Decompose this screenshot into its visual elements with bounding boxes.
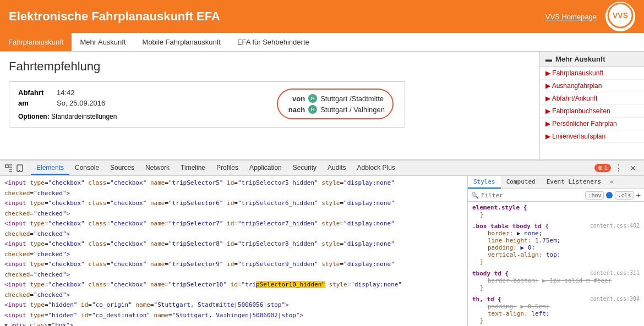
html-line: checked="checked"> <box>0 270 467 280</box>
top-bar: Elektronische Fahrplanauskunft EFA VVS H… <box>0 0 644 33</box>
style-rule-tbody-td: tbody td { content.css:311 border-bottom… <box>472 270 640 291</box>
html-line: <input type="checkbox" class="checkbox" … <box>0 178 467 189</box>
vvs-logo: VVS <box>605 2 635 31</box>
html-line: <input type="checkbox" class="checkbox" … <box>0 198 467 209</box>
trip-box: Abfahrt 14:42 am So, 25.09.2016 Optionen… <box>9 81 405 128</box>
to-icon: H <box>308 105 317 114</box>
filter-icon: 🔍 <box>471 192 479 199</box>
devtools-tab-security[interactable]: Security <box>287 162 322 175</box>
abfahrt-value: 14:42 <box>57 89 75 97</box>
devtools-panel: Elements Console Sources Network Timelin… <box>0 160 644 326</box>
device-icon[interactable] <box>15 164 24 173</box>
sidebar: ▬ Mehr Auskunft ▶ Fahrplanauskunft ▶ Aus… <box>539 52 644 159</box>
devtools-icons <box>4 164 24 173</box>
sidebar-item-abfahrt[interactable]: ▶ Abfahrt/Ankunft <box>540 92 644 105</box>
nach-station: Stuttgart / Vaihingen <box>320 106 385 114</box>
svg-text:VVS: VVS <box>613 11 628 20</box>
html-line: checked="checked"> <box>0 189 467 199</box>
devtools-tab-adblock[interactable]: Adblock Plus <box>351 162 400 175</box>
style-rule-th-td: th, td { content.css:304 padding: ▶ 0.5e… <box>472 296 640 324</box>
devtools-tab-sources[interactable]: Sources <box>105 162 140 175</box>
color-dot <box>606 192 613 198</box>
styles-tab-more[interactable]: » <box>607 176 617 189</box>
sidebar-item-linienverlauf[interactable]: ▶ Linienverlaufsplan <box>540 130 644 143</box>
styles-filter-row: 🔍 :hov .cls + <box>468 189 644 202</box>
styles-panel-tabs: Styles Computed Event Listeners » <box>468 176 644 189</box>
app-title: Elektronische Fahrplanauskunft EFA <box>9 9 545 24</box>
style-rule-box-table: .box table tbody td { content.css:402 bo… <box>472 223 640 266</box>
html-line: checked="checked"> <box>0 209 467 219</box>
am-label: am <box>18 99 57 107</box>
sidebar-item-aushangfahrplan[interactable]: ▶ Aushangfahrplan <box>540 80 644 92</box>
devtools-tab-audits[interactable]: Audits <box>322 162 351 175</box>
vvs-logo-text: VVS <box>607 2 634 31</box>
svg-rect-2 <box>6 165 8 168</box>
styles-tab-styles[interactable]: Styles <box>468 176 501 189</box>
style-rule-element: element.style { } <box>472 204 640 218</box>
vvs-homepage-link[interactable]: VVS Homepage <box>545 13 597 21</box>
styles-filter-input[interactable] <box>481 192 583 199</box>
cls-button[interactable]: .cls <box>615 191 634 200</box>
sidebar-item-persoenlich[interactable]: ▶ Persönlicher Fahrplan <box>540 118 644 130</box>
devtools-body: <input type="checkbox" class="checkbox" … <box>0 176 644 326</box>
styles-content: element.style { } .box table tbody td { … <box>468 202 644 326</box>
optionen-label: Optionen: <box>18 113 50 120</box>
html-line: <input type="hidden" id="co_origin" name… <box>0 300 467 311</box>
from-icon: H <box>308 94 317 103</box>
error-badge: ⊗ 1 <box>594 164 611 172</box>
tab-mehr-auskunft[interactable]: Mehr Auskunft <box>72 33 134 51</box>
devtools-tab-application[interactable]: Application <box>244 162 287 175</box>
devtools-right-icons: ⊗ 1 ⋮ ✕ <box>594 163 640 174</box>
sidebar-header: ▬ Mehr Auskunft <box>540 52 644 67</box>
add-style-button[interactable]: + <box>636 191 641 200</box>
von-label: von <box>286 95 305 103</box>
html-line: <input type="checkbox" class="checkbox" … <box>0 219 467 229</box>
html-line: checked="checked"> <box>0 250 467 260</box>
sidebar-item-fahrplanauskunft[interactable]: ▶ Fahrplanauskunft <box>540 67 644 80</box>
html-line: <input type="hidden" id="co_destination"… <box>0 311 467 321</box>
date-value: So, 25.09.2016 <box>57 99 105 107</box>
nach-label: nach <box>286 106 305 114</box>
devtools-tab-network[interactable]: Network <box>140 162 175 175</box>
html-line: ▼ <div class="box"> <box>0 321 467 326</box>
sidebar-item-fahrplanbuch[interactable]: ▶ Fahrplanbuchseiten <box>540 105 644 118</box>
page-title: Fahrtempfehlung <box>9 59 531 74</box>
html-line: <input type="checkbox" class="checkbox" … <box>0 280 467 290</box>
close-devtools-button[interactable]: ✕ <box>626 163 640 174</box>
von-station: Stuttgart /Stadtmitte <box>320 95 384 103</box>
abfahrt-label: Abfahrt <box>18 89 57 97</box>
tab-efa-sehbehinderte[interactable]: EFA für Sehbehinderte <box>229 33 318 51</box>
inspect-icon[interactable] <box>4 164 13 173</box>
html-line: checked="checked"> <box>0 290 467 301</box>
devtools-toolbar: Elements Console Sources Network Timelin… <box>0 161 644 176</box>
devtools-tabs: Elements Console Sources Network Timelin… <box>31 162 594 175</box>
nav-tabs: Fahrplanauskunft Mehr Auskunft Mobile Fa… <box>0 33 644 52</box>
styles-tab-event-listeners[interactable]: Event Listeners <box>541 176 607 189</box>
devtools-tab-console[interactable]: Console <box>69 162 105 175</box>
styles-panel: Styles Computed Event Listeners » 🔍 :hov… <box>468 176 644 326</box>
html-line: <input type="checkbox" class="checkbox" … <box>0 239 467 250</box>
hov-button[interactable]: :hov <box>585 191 604 200</box>
tab-fahrplanauskunft[interactable]: Fahrplanauskunft <box>0 33 72 51</box>
tab-mobile[interactable]: Mobile Fahrplanauskunft <box>134 33 229 51</box>
devtools-tab-elements[interactable]: Elements <box>31 162 69 175</box>
devtools-tab-profiles[interactable]: Profiles <box>211 162 244 175</box>
sidebar-title: Mehr Auskunft <box>555 55 605 63</box>
html-panel[interactable]: <input type="checkbox" class="checkbox" … <box>0 176 468 326</box>
optionen-value: Standardeinstellungen <box>51 113 117 120</box>
sidebar-collapse-icon[interactable]: ▬ <box>545 56 552 63</box>
html-line: checked="checked"> <box>0 229 467 240</box>
html-line: <input type="checkbox" class="checkbox" … <box>0 259 467 270</box>
devtools-tab-timeline[interactable]: Timeline <box>175 162 211 175</box>
more-options-icon[interactable]: ⋮ <box>614 164 623 173</box>
styles-tab-computed[interactable]: Computed <box>501 176 541 189</box>
